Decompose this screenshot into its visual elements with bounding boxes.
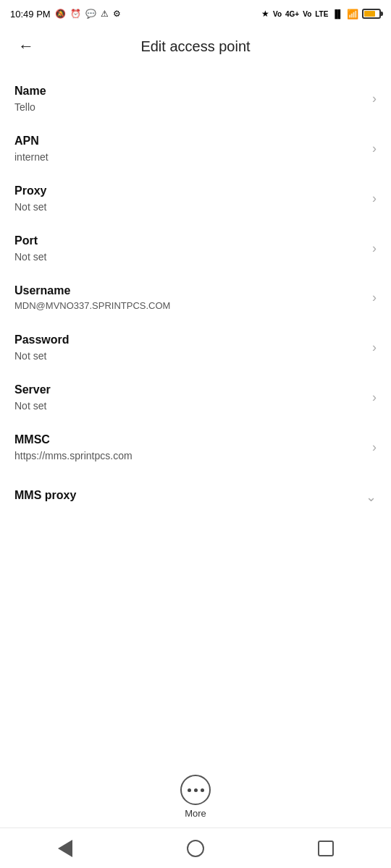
- nav-back-button[interactable]: [43, 834, 87, 863]
- field-port-value: Not set: [14, 250, 365, 263]
- field-password-label: Password: [14, 333, 365, 348]
- field-name-label: Name: [14, 84, 365, 99]
- dot-icon: [201, 788, 204, 792]
- more-button[interactable]: [180, 775, 211, 805]
- header: ← Edit access point: [0, 26, 391, 67]
- recents-nav-icon: [318, 841, 334, 856]
- navigation-bar: [0, 827, 391, 868]
- whatsapp-icon: 💬: [85, 9, 96, 19]
- field-mms-proxy-label: MMS proxy: [14, 488, 358, 503]
- field-name[interactable]: Name Tello ›: [0, 74, 391, 124]
- field-username-label: Username: [14, 284, 365, 299]
- field-mmsc[interactable]: MMSC https://mms.sprintpcs.com ›: [0, 422, 391, 472]
- field-apn-label: APN: [14, 134, 365, 149]
- chevron-right-icon: ›: [372, 141, 377, 156]
- field-password[interactable]: Password Not set ›: [0, 323, 391, 373]
- dot-icon: [188, 788, 191, 792]
- signal-bars-icon: ▐▌: [332, 9, 343, 18]
- home-nav-icon: [187, 840, 204, 857]
- field-mms-proxy[interactable]: MMS proxy ⌄: [0, 472, 391, 522]
- mute-icon: 🔕: [55, 9, 66, 19]
- nav-recents-button[interactable]: [304, 834, 348, 863]
- field-proxy-value: Not set: [14, 200, 365, 213]
- back-nav-icon: [58, 840, 72, 857]
- field-password-value: Not set: [14, 349, 365, 362]
- carrier1-icon: Vo: [273, 10, 282, 18]
- warning-icon: ⚠: [101, 9, 109, 19]
- chevron-right-icon: ›: [372, 390, 377, 405]
- bluetooth-icon: ★: [261, 9, 269, 19]
- back-button[interactable]: ←: [12, 32, 41, 61]
- content-area: Name Tello › APN internet › Proxy Not se…: [0, 67, 391, 767]
- field-port[interactable]: Port Not set ›: [0, 224, 391, 273]
- chevron-right-icon: ›: [372, 241, 377, 256]
- field-proxy[interactable]: Proxy Not set ›: [0, 174, 391, 224]
- field-apn-value: internet: [14, 150, 365, 163]
- dot-icon: [194, 788, 198, 792]
- field-server-label: Server: [14, 383, 365, 398]
- status-right: ★ Vo 4G+ Vo LTE ▐▌ 📶: [261, 9, 381, 20]
- field-server-value: Not set: [14, 399, 365, 412]
- field-name-value: Tello: [14, 101, 365, 114]
- field-username[interactable]: Username MDN@MVNO337.SPRINTPCS.COM ›: [0, 273, 391, 323]
- back-arrow-icon: ←: [18, 37, 34, 56]
- status-bar: 10:49 PM 🔕 ⏰ 💬 ⚠ ⚙ ★ Vo 4G+ Vo LTE ▐▌ 📶: [0, 0, 391, 26]
- chevron-right-icon: ›: [372, 340, 377, 355]
- more-container: More: [0, 767, 391, 827]
- field-username-value: MDN@MVNO337.SPRINTPCS.COM: [14, 300, 365, 312]
- chevron-right-icon: ›: [372, 290, 377, 305]
- page-title: Edit access point: [41, 38, 350, 55]
- settings-icon: ⚙: [113, 9, 121, 19]
- carrier2-icon: Vo: [303, 10, 311, 18]
- field-proxy-label: Proxy: [14, 184, 365, 199]
- status-time: 10:49 PM: [10, 9, 51, 20]
- field-apn[interactable]: APN internet ›: [0, 124, 391, 174]
- status-left: 10:49 PM 🔕 ⏰ 💬 ⚠ ⚙: [10, 9, 121, 20]
- network-4g-icon: 4G+: [285, 10, 299, 18]
- field-mmsc-label: MMSC: [14, 433, 365, 448]
- more-label: More: [185, 808, 206, 819]
- chevron-right-icon: ›: [372, 440, 377, 455]
- nav-home-button[interactable]: [174, 834, 217, 863]
- field-server[interactable]: Server Not set ›: [0, 373, 391, 422]
- field-mmsc-value: https://mms.sprintpcs.com: [14, 449, 365, 462]
- chevron-right-icon: ›: [372, 191, 377, 206]
- wifi-icon: 📶: [347, 9, 358, 20]
- chevron-right-icon: ›: [372, 91, 377, 106]
- battery-icon: [362, 9, 381, 19]
- field-port-label: Port: [14, 234, 365, 249]
- chevron-down-icon: ⌄: [366, 489, 377, 505]
- lte-icon: LTE: [315, 10, 328, 18]
- alarm-icon: ⏰: [70, 9, 81, 19]
